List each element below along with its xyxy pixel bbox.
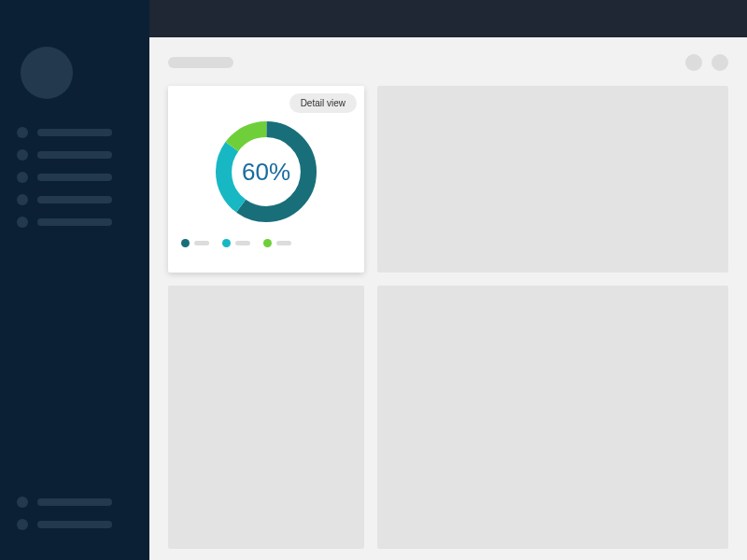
placeholder-card (377, 286, 728, 549)
sidebar-item[interactable] (17, 127, 149, 138)
avatar[interactable] (21, 47, 73, 99)
sidebar-item[interactable] (17, 194, 149, 205)
donut-chart: 60% (177, 116, 355, 228)
nav-dot-icon (17, 172, 28, 183)
app-frame: Detail view 60% (0, 0, 747, 560)
sidebar-item[interactable] (17, 217, 149, 228)
nav-label-skeleton (37, 218, 112, 226)
legend-dot-icon (181, 239, 190, 247)
nav-dot-icon (17, 497, 28, 508)
sidebar-bottom (0, 497, 149, 541)
placeholder-card (168, 286, 364, 549)
legend-label-skeleton (276, 241, 291, 245)
main-header (168, 54, 728, 71)
nav-label-skeleton (37, 521, 112, 528)
nav-dot-icon (17, 519, 28, 530)
nav-dot-icon (17, 127, 28, 138)
page-title-skeleton (168, 57, 233, 68)
donut-center-label: 60% (242, 158, 290, 187)
legend-dot-icon (263, 239, 272, 247)
legend-item (181, 239, 209, 247)
chart-legend (177, 239, 355, 247)
legend-item (222, 239, 250, 247)
sidebar-item[interactable] (17, 519, 149, 530)
nav-dot-icon (17, 194, 28, 205)
legend-dot-icon (222, 239, 231, 247)
placeholder-card (377, 86, 728, 273)
header-actions (685, 54, 728, 71)
header-action-icon[interactable] (685, 54, 702, 71)
nav-dot-icon (17, 217, 28, 228)
nav-label-skeleton (37, 196, 112, 203)
sidebar-item[interactable] (17, 172, 149, 183)
main-content: Detail view 60% (149, 37, 747, 560)
nav-label-skeleton (37, 174, 112, 181)
nav-dot-icon (17, 149, 28, 161)
header-action-icon[interactable] (712, 54, 728, 71)
donut-chart-card: Detail view 60% (168, 86, 364, 273)
detail-view-button[interactable]: Detail view (289, 93, 357, 113)
nav-label-skeleton (37, 129, 112, 136)
sidebar-item[interactable] (17, 149, 149, 161)
sidebar-nav (0, 127, 149, 228)
nav-label-skeleton (37, 498, 112, 506)
legend-item (263, 239, 291, 247)
nav-label-skeleton (37, 151, 112, 159)
sidebar (0, 0, 149, 560)
sidebar-item[interactable] (17, 497, 149, 508)
dashboard-grid: Detail view 60% (168, 86, 728, 549)
legend-label-skeleton (194, 241, 209, 245)
legend-label-skeleton (235, 241, 250, 245)
